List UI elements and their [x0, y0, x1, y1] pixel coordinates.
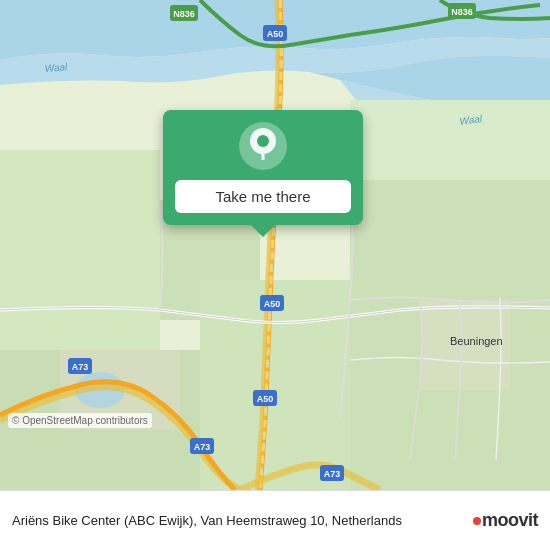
location-pin-icon — [248, 128, 278, 164]
svg-text:Beuningen: Beuningen — [450, 335, 503, 347]
svg-text:A50: A50 — [264, 299, 281, 309]
location-icon-container — [239, 122, 287, 170]
svg-text:A50: A50 — [267, 29, 284, 39]
svg-rect-6 — [350, 100, 550, 180]
svg-text:A50: A50 — [257, 394, 274, 404]
svg-text:A73: A73 — [194, 442, 211, 452]
svg-rect-4 — [200, 280, 350, 490]
bottom-bar: Ariëns Bike Center (ABC Ewijk), Van Heem… — [0, 490, 550, 550]
map-attribution: © OpenStreetMap contributors — [8, 413, 152, 428]
location-name: Ariëns Bike Center (ABC Ewijk), Van Heem… — [12, 513, 402, 528]
popup-card: Take me there — [163, 110, 363, 225]
svg-rect-1 — [0, 150, 160, 350]
attribution-text: © OpenStreetMap contributors — [12, 415, 148, 426]
svg-point-30 — [257, 135, 269, 147]
take-me-there-button[interactable]: Take me there — [175, 180, 351, 213]
moovit-logo: moovit — [473, 510, 538, 531]
location-info: Ariëns Bike Center (ABC Ewijk), Van Heem… — [12, 511, 463, 530]
map-container: A50 A50 A50 A73 A73 A73 N836 N836 Waal W… — [0, 0, 550, 490]
svg-text:N836: N836 — [451, 7, 473, 17]
svg-text:A73: A73 — [72, 362, 89, 372]
moovit-logo-text: moovit — [482, 510, 538, 531]
svg-text:A73: A73 — [324, 469, 341, 479]
moovit-logo-dot — [473, 517, 481, 525]
svg-text:Waal: Waal — [44, 61, 68, 74]
svg-text:N836: N836 — [173, 9, 195, 19]
